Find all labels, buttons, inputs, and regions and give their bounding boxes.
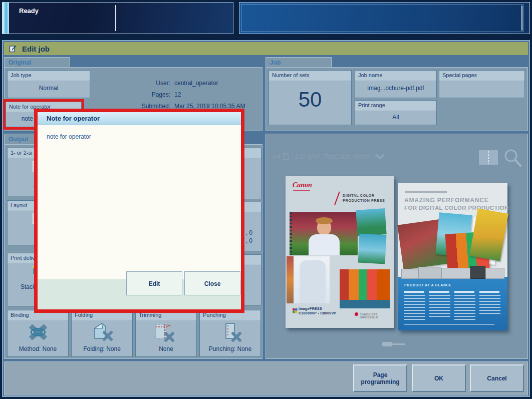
ok-label: OK <box>434 375 443 382</box>
collage-yellow <box>469 208 508 261</box>
printer-status-text: Ready <box>19 7 39 15</box>
status-panel-right <box>239 2 530 34</box>
screen: Ready Edit job Original Job type Normal … <box>0 0 532 399</box>
status-panel-left: Ready <box>2 2 233 34</box>
info-user-label: User: <box>120 78 170 89</box>
glance-heading: PRODUCT AT A GLANCE <box>404 283 452 287</box>
info-pages-label: Pages: <box>120 89 170 101</box>
trimming-value: None <box>136 345 196 352</box>
dialog-footer: Edit Close <box>38 279 241 309</box>
number-of-sets-box[interactable]: Number of sets 50 <box>269 70 352 125</box>
machine-module-dark <box>470 266 485 279</box>
job-info-block: User:central_operator Pages:12 Submitted… <box>120 78 250 112</box>
machine-module <box>485 268 504 279</box>
print-range-box[interactable]: Print range All <box>355 100 437 125</box>
status-marker <box>521 6 522 31</box>
job-name-value: imag...ochure-pdf.pdf <box>355 85 436 92</box>
fine-print-lines <box>454 295 475 321</box>
photo-palm-2 <box>358 234 387 264</box>
number-of-sets-value: 50 <box>269 88 351 112</box>
canal-water <box>340 300 390 308</box>
note-for-operator-dialog: Note for operator note for operator Edit… <box>34 109 244 313</box>
paper-selector[interactable]: A4 , 100 g/m², TopColor, White <box>273 153 385 160</box>
punching-value: Punching: None <box>200 345 260 352</box>
preview-page-right: AMAZING PERFORMANCE FOR DIGITAL COLOR PR… <box>398 183 507 330</box>
product-models: C10000VP - C8000VP <box>299 311 336 315</box>
photo-palm-1 <box>356 208 386 236</box>
folding-value: Folding: None <box>72 345 132 352</box>
machine-module <box>401 269 418 279</box>
product-logo-dots <box>293 308 295 311</box>
preview-page-left: Canon DIGITAL COLOR PRODUCTION PRESS ima… <box>286 176 394 328</box>
machine-module <box>418 267 441 279</box>
info-user-value: central_operator <box>174 78 218 89</box>
photo-market-strip <box>287 256 294 303</box>
brochure-title-2: FOR DIGITAL COLOR PRODUCTION <box>404 205 509 211</box>
job-type-box[interactable]: Job type Normal <box>7 70 90 98</box>
dialog-note-text: note for operator <box>47 133 91 140</box>
press-tagline-1: DIGITAL COLOR <box>343 193 375 198</box>
paper-sheet-icon <box>283 153 289 160</box>
fine-print-col-header <box>454 291 474 293</box>
product-name: imagePRESS <box>299 307 322 310</box>
tab-original: Original <box>4 57 70 68</box>
print-range-label: Print range <box>355 101 436 111</box>
zoom-magnifier-icon[interactable] <box>502 148 523 169</box>
job-name-box[interactable]: Job name imag...ochure-pdf.pdf <box>355 70 437 98</box>
booklet-view-icon[interactable] <box>479 150 498 165</box>
binding-value: Method: None <box>8 345 68 352</box>
preview-slider-track <box>393 343 405 345</box>
job-type-value: Normal <box>8 85 90 92</box>
machine-module <box>441 268 470 279</box>
job-name-label: Job name <box>355 71 436 81</box>
canon-logo: Canon <box>293 181 312 189</box>
canon-sub-line <box>293 190 310 191</box>
photo-colorful-houses <box>340 269 390 308</box>
canon-dot-icon <box>355 312 358 316</box>
paper-size: A4 <box>273 153 281 160</box>
paper-details: , 100 g/m², TopColor, White <box>291 153 370 160</box>
fine-print-col-header <box>404 291 424 293</box>
fine-print-lines <box>479 295 500 315</box>
window-title: Edit job <box>22 45 50 53</box>
fine-print-col-header <box>429 291 449 293</box>
photo-man-shirt <box>287 256 330 303</box>
page-programming-label: Page programming <box>357 371 403 385</box>
special-pages-box[interactable]: Special pages <box>439 70 525 98</box>
punching-icon <box>221 322 243 342</box>
binding-box[interactable]: Binding Method: None <box>7 310 69 357</box>
number-of-sets-label: Number of sets <box>269 71 351 81</box>
punching-box[interactable]: Punching Punching: None <box>199 310 261 357</box>
brochure-title-1: AMAZING PERFORMANCE <box>404 197 489 204</box>
close-button[interactable]: Close <box>184 271 240 295</box>
canon-footer-text: CANON SEE IMPOSSIBLE <box>360 313 394 319</box>
folding-box[interactable]: Folding Folding: None <box>71 310 133 357</box>
shirt <box>309 234 340 255</box>
status-divider <box>115 5 116 31</box>
special-pages-label: Special pages <box>439 71 524 81</box>
hair <box>316 217 333 224</box>
dialog-title: Note for operator <box>38 112 241 125</box>
edit-button[interactable]: Edit <box>126 271 182 295</box>
cancel-label: Cancel <box>487 375 506 382</box>
dialog-inner: Note for operator note for operator Edit… <box>38 112 241 309</box>
tab-job: Job <box>265 57 332 68</box>
cancel-button[interactable]: Cancel <box>470 364 524 392</box>
trimming-box[interactable]: ✂ Trimming None <box>135 310 197 357</box>
edit-job-icon <box>9 45 17 53</box>
preview-slider-handle[interactable] <box>382 342 393 346</box>
ok-button[interactable]: OK <box>412 364 466 392</box>
window-titlebar: Edit job <box>4 42 528 55</box>
svg-text:✂: ✂ <box>167 323 171 328</box>
page-programming-button[interactable]: Page programming <box>353 364 407 392</box>
status-accent-stripe <box>3 3 9 34</box>
fine-print-lines <box>429 295 450 318</box>
fine-print-header <box>405 191 447 193</box>
print-range-value: All <box>355 114 436 121</box>
folding-icon <box>92 322 114 341</box>
job-type-label: Job type <box>8 71 90 81</box>
photo-man-stadium <box>290 212 358 255</box>
press-tagline-2: PRODUCTION PRESS <box>343 198 385 203</box>
press-machine-image <box>401 266 504 279</box>
binding-icon <box>27 323 50 341</box>
